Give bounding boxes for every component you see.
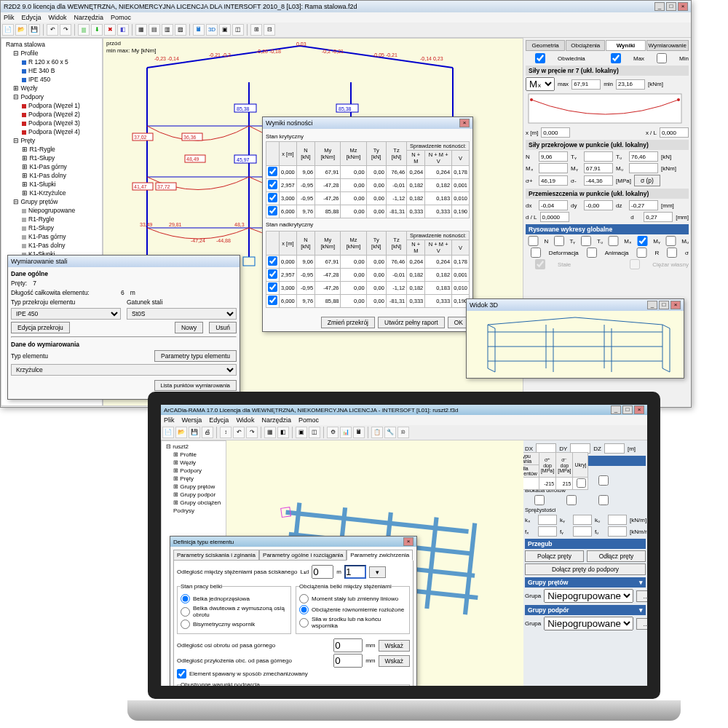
btn-nowy[interactable]: Nowy: [175, 322, 203, 333]
t2-root[interactable]: ⊟ ruszt2: [163, 443, 224, 451]
tab-geometria[interactable]: Geometria: [526, 40, 565, 51]
deftyp-close[interactable]: ×: [403, 537, 414, 546]
inp-fz[interactable]: [608, 526, 627, 537]
t2-7[interactable]: ⊞ Grupy obciążeń: [163, 499, 224, 507]
t2-1[interactable]: ⊞ Profile: [163, 451, 224, 459]
t2-3[interactable]: ⊞ Podpory: [163, 467, 224, 475]
minimize-button[interactable]: _: [654, 2, 665, 11]
chk-boy[interactable]: [557, 495, 586, 505]
r-w1b[interactable]: [300, 695, 309, 700]
tb-b12[interactable]: ◫: [232, 24, 244, 36]
t2-b9[interactable]: 📊: [340, 427, 352, 438]
inp-min[interactable]: [616, 79, 645, 90]
r-ob1[interactable]: [299, 594, 309, 604]
inp-mx2[interactable]: [539, 163, 568, 173]
inp-dy[interactable]: [584, 200, 613, 210]
w3d-max[interactable]: □: [659, 301, 669, 309]
inp-n[interactable]: [539, 151, 568, 162]
grupy-ukryj[interactable]: [577, 478, 586, 488]
menu-narzedzia[interactable]: Narzędzia: [74, 14, 104, 21]
r-belka3[interactable]: [181, 620, 190, 629]
tab-wyniki[interactable]: Wyniki: [606, 40, 645, 51]
t2-b4[interactable]: ▦: [264, 427, 276, 438]
tb-calc[interactable]: 🖩: [193, 24, 205, 36]
chk-mx[interactable]: [606, 236, 621, 246]
chk-my[interactable]: [635, 236, 650, 246]
tree-pod1[interactable]: Podpora (Węzeł 1): [3, 101, 100, 110]
tb-b7[interactable]: ▥: [162, 24, 173, 36]
btn-polacz[interactable]: Połącz pręty: [525, 550, 584, 562]
tree-pr5[interactable]: ⊞ K1-Słupki: [3, 180, 100, 189]
inp-osi[interactable]: [333, 638, 363, 652]
inp-sigp[interactable]: [539, 175, 568, 186]
t2-b8[interactable]: ⚙: [327, 427, 339, 438]
tree-gr4[interactable]: K1-Pas dolny: [3, 241, 100, 250]
btn-l-more[interactable]: ▾: [369, 566, 386, 578]
sel-ipe[interactable]: IPE 450: [11, 308, 121, 320]
inp-max[interactable]: [571, 79, 601, 90]
menu-widok[interactable]: Widok: [49, 14, 67, 21]
chk-tz[interactable]: [578, 236, 593, 246]
tree-p2[interactable]: HE 340 B: [3, 66, 100, 75]
chk-max[interactable]: [601, 53, 630, 63]
m2-pomoc[interactable]: Pomoc: [298, 416, 319, 424]
inp-dz[interactable]: [629, 200, 658, 210]
t2-save[interactable]: 💾: [189, 427, 200, 438]
t2-b11[interactable]: 📋: [371, 427, 383, 438]
m2-widok[interactable]: Widok: [236, 416, 254, 424]
wyniki-close[interactable]: ×: [459, 119, 470, 127]
tree-pod3[interactable]: Podpora (Węzeł 3): [3, 119, 100, 127]
tree-root[interactable]: Rama stalowa: [3, 40, 100, 49]
t2-b5[interactable]: ◧: [277, 427, 289, 438]
tree-pr2[interactable]: ⊞ R1-Słupy: [3, 154, 100, 162]
a2-min[interactable]: _: [611, 405, 621, 414]
btn-edycja[interactable]: Edycja przekroju: [11, 322, 70, 333]
tree-pod4[interactable]: Podpora (Węzeł 4): [3, 127, 100, 136]
w3d-close[interactable]: ×: [670, 301, 681, 309]
m2-plik[interactable]: Plik: [164, 416, 175, 424]
tb-b2[interactable]: ⬇: [91, 24, 103, 36]
chk-n[interactable]: [526, 236, 541, 246]
tb-undo[interactable]: ↶: [47, 24, 58, 36]
sel-grupa1[interactable]: Niepogrupowane: [544, 589, 633, 603]
btn-grupa1[interactable]: …: [636, 590, 656, 602]
tree-pr4[interactable]: ⊞ K1-Pas dolny: [3, 171, 100, 180]
tree-gr3[interactable]: K1-Pas górny: [3, 232, 100, 241]
chk-min[interactable]: [647, 53, 676, 63]
t2-b1[interactable]: ↕: [220, 427, 232, 438]
btn-wskaz2[interactable]: Wskaż: [379, 655, 411, 667]
tree-podpory[interactable]: ⊟ Podpory: [3, 92, 100, 101]
widok3d-canvas[interactable]: [467, 311, 684, 378]
t2-b10[interactable]: 🖩: [353, 427, 365, 438]
inp-l1d[interactable]: [312, 565, 333, 579]
chk-r[interactable]: [632, 248, 652, 258]
inp-xm[interactable]: [541, 127, 570, 138]
t2-open[interactable]: 📂: [175, 427, 187, 438]
tb-b4[interactable]: ◧: [117, 24, 129, 36]
sel-typ[interactable]: Krzyżulce: [11, 364, 237, 376]
btn-grupa2[interactable]: …: [636, 618, 656, 630]
tree-gr2[interactable]: R1-Słupy: [3, 223, 100, 232]
t2-2[interactable]: ⊞ Węzły: [163, 459, 224, 467]
tab-wymiarowanie[interactable]: Wymiarowanie: [646, 40, 689, 51]
tab-obciazenia[interactable]: Obciążenia: [566, 40, 605, 51]
inp-tz[interactable]: [629, 151, 658, 162]
m2-narz[interactable]: Narzędzia: [261, 416, 291, 424]
inp-l1d2[interactable]: [344, 565, 366, 579]
inp-sigm[interactable]: [584, 175, 613, 186]
t2-4[interactable]: ⊞ Pręty: [163, 475, 224, 483]
sel-stal[interactable]: St0S: [127, 308, 237, 320]
t2-b12[interactable]: 🔧: [384, 427, 396, 438]
chk-boz[interactable]: [589, 495, 618, 505]
chk-mz[interactable]: [663, 236, 678, 246]
a2-max[interactable]: □: [622, 405, 633, 414]
inp-przy[interactable]: [333, 654, 363, 668]
tree-gr0[interactable]: Niepogrupowane: [3, 206, 100, 215]
tb-b6[interactable]: ▤: [149, 24, 160, 36]
inp-my[interactable]: [584, 163, 613, 173]
t2-print[interactable]: 🖨: [202, 427, 213, 438]
close-button[interactable]: ×: [678, 2, 688, 11]
menu-edycja[interactable]: Edycja: [22, 14, 41, 21]
dt-tab2[interactable]: Parametry ogólne i rozciągania: [259, 550, 347, 561]
btn-sigp[interactable]: σ (p): [634, 175, 660, 186]
